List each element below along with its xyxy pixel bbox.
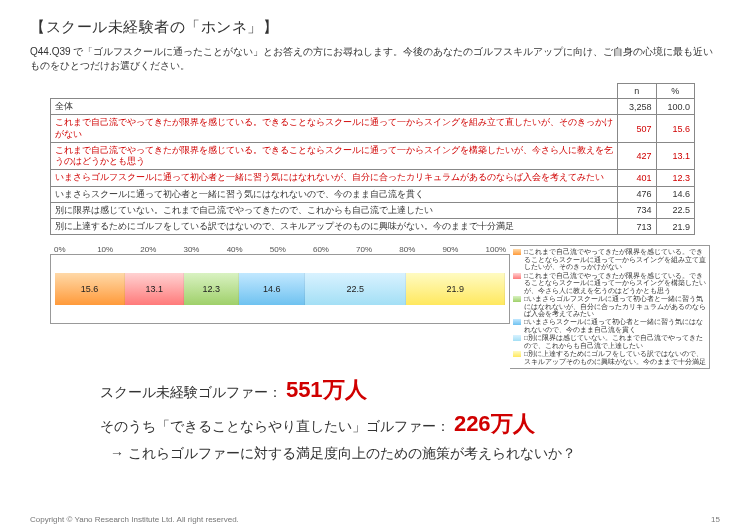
- table-header-row: n %: [51, 84, 695, 99]
- legend-item: □これまで自己流でやってきたが限界を感じている。できることならスクールに通って一…: [513, 248, 706, 270]
- chart-bar: 15.613.112.314.622.521.9: [55, 273, 505, 305]
- chart-segment: 15.6: [55, 273, 125, 305]
- question-text: Q44.Q39 で「ゴルフスクールに通ったことがない」とお答えの方にお尋ねします…: [30, 45, 720, 73]
- copyright: Copyright © Yano Research Institute Ltd.…: [30, 515, 239, 524]
- page-number: 15: [711, 515, 720, 524]
- legend-item: □別に上達するためにゴルフをしている訳ではないので、スキルアップそのものに興味が…: [513, 350, 706, 365]
- legend-item: □これまで自己流でやってきたが限界を感じている。できることならスクールに通って一…: [513, 272, 706, 294]
- page-footer: Copyright © Yano Research Institute Ltd.…: [30, 515, 720, 524]
- stat2-label: そのうち「できることならやり直したい」ゴルファー：: [100, 418, 450, 434]
- table-row: 別に限界は感じていない。これまで自己流でやってきたので、これからも自己流で上達し…: [51, 202, 695, 218]
- col-pct: %: [656, 84, 695, 99]
- page-title: 【スクール未経験者の「ホンネ」】: [30, 18, 720, 37]
- stat-line-1: スクール未経験ゴルファー： 551万人: [100, 375, 720, 405]
- conclusion-text: → これらゴルファーに対する満足度向上のための施策が考えられないか？: [110, 445, 720, 463]
- stat1-label: スクール未経験ゴルファー：: [100, 384, 282, 400]
- chart-axis: 0%10%20%30%40%50%60%70%80%90%100%: [50, 245, 510, 254]
- chart-segment: 14.6: [239, 273, 305, 305]
- chart-segment: 21.9: [406, 273, 505, 305]
- chart-legend: □これまで自己流でやってきたが限界を感じている。できることならスクールに通って一…: [510, 245, 710, 369]
- chart-container: 0%10%20%30%40%50%60%70%80%90%100% 15.613…: [50, 245, 720, 369]
- table-row: 別に上達するためにゴルフをしている訳ではないので、スキルアップそのものに興味がな…: [51, 219, 695, 235]
- col-n: n: [618, 84, 656, 99]
- results-table: n % 全体 3,258 100.0 これまで自己流でやってきたが限界を感じてい…: [50, 83, 695, 235]
- legend-item: □別に限界は感じていない。これまで自己流でやってきたので、これからも自己流で上達…: [513, 334, 706, 349]
- stat-line-2: そのうち「できることならやり直したい」ゴルファー： 226万人: [100, 409, 720, 439]
- legend-item: □いまさらゴルフスクールに通って初心者と一緒に習う気にはなれないが、自分に合った…: [513, 295, 706, 317]
- stats-block: スクール未経験ゴルファー： 551万人 そのうち「できることならやり直したい」ゴ…: [100, 375, 720, 439]
- table-row: いまさらゴルフスクールに通って初心者と一緒に習う気にはなれないが、自分に合ったカ…: [51, 170, 695, 186]
- chart-segment: 22.5: [305, 273, 406, 305]
- table-row: これまで自己流でやってきたが限界を感じている。できることならスクールに通って一か…: [51, 115, 695, 143]
- stacked-bar-chart: 0%10%20%30%40%50%60%70%80%90%100% 15.613…: [50, 245, 510, 324]
- table-row: これまで自己流でやってきたが限界を感じている。できることならスクールに通って一か…: [51, 142, 695, 170]
- chart-segment: 13.1: [125, 273, 184, 305]
- chart-segment: 12.3: [184, 273, 239, 305]
- legend-item: □いまさらスクールに通って初心者と一緒に習う気にはなれないので、今のまま自己流を…: [513, 318, 706, 333]
- table-total-row: 全体 3,258 100.0: [51, 99, 695, 115]
- table-row: いまさらスクールに通って初心者と一緒に習う気にはなれないので、今のまま自己流を貫…: [51, 186, 695, 202]
- stat1-value: 551万人: [286, 377, 367, 402]
- stat2-value: 226万人: [454, 411, 535, 436]
